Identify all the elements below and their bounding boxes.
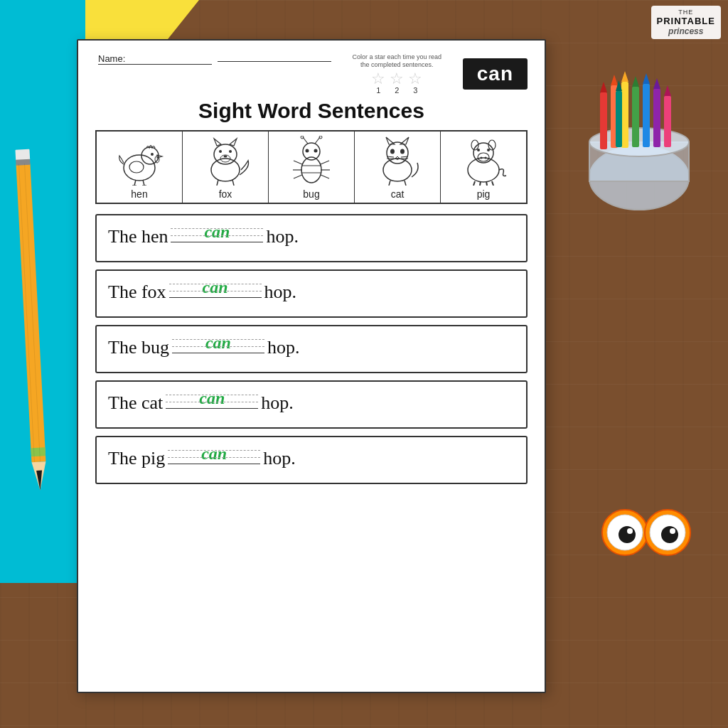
svg-point-90 xyxy=(485,156,487,159)
svg-marker-77 xyxy=(395,156,400,159)
svg-point-92 xyxy=(487,149,490,151)
svg-point-89 xyxy=(481,156,483,159)
svg-rect-19 xyxy=(643,84,650,147)
svg-marker-20 xyxy=(643,73,650,84)
sentence-1: The hen can hop. xyxy=(95,214,528,262)
sentence-3-before: The bug xyxy=(108,337,169,358)
svg-line-65 xyxy=(294,161,302,164)
svg-point-71 xyxy=(383,159,412,181)
svg-rect-21 xyxy=(653,89,660,147)
svg-marker-18 xyxy=(632,76,639,87)
name-line: Name: xyxy=(95,53,331,65)
svg-line-94 xyxy=(480,181,481,186)
sentence-5-before: The pig xyxy=(108,448,165,469)
sentence-2-after: hop. xyxy=(264,282,297,303)
blank-line-1: can xyxy=(171,223,263,242)
animal-pig: pig xyxy=(441,132,526,203)
hen-label: hen xyxy=(100,188,179,200)
animal-fox: fox xyxy=(183,132,269,203)
svg-marker-74 xyxy=(400,137,409,144)
svg-line-41 xyxy=(143,180,144,186)
svg-marker-37 xyxy=(157,155,162,158)
star-2: ☆2 xyxy=(390,71,404,95)
svg-point-55 xyxy=(301,157,321,183)
svg-rect-2 xyxy=(16,159,30,166)
googly-eyes-decoration xyxy=(600,500,692,564)
svg-point-88 xyxy=(478,153,489,161)
svg-line-53 xyxy=(217,180,218,186)
sentence-4-answer: can xyxy=(199,389,225,408)
svg-point-39 xyxy=(129,161,144,173)
svg-point-61 xyxy=(306,149,309,152)
sentence-5-blank: can xyxy=(168,444,260,464)
svg-rect-15 xyxy=(621,82,628,148)
fox-label: fox xyxy=(186,188,265,200)
svg-line-54 xyxy=(232,180,234,186)
sentence-2: The fox can hop. xyxy=(95,269,528,318)
blank-line-2: can xyxy=(169,278,262,298)
svg-line-40 xyxy=(134,180,136,186)
star-3: ☆3 xyxy=(408,71,422,95)
bug-label: bug xyxy=(272,188,351,200)
svg-line-70 xyxy=(321,175,329,178)
pig-label: pig xyxy=(444,188,523,200)
svg-line-67 xyxy=(294,175,302,178)
sentence-4-after: hop. xyxy=(261,392,294,414)
sentence-3-blank: can xyxy=(172,333,264,353)
svg-point-46 xyxy=(214,144,237,164)
svg-point-72 xyxy=(387,142,408,164)
svg-line-95 xyxy=(486,181,487,186)
svg-marker-24 xyxy=(664,85,671,96)
star-area: Color a star each time you readthe compl… xyxy=(352,53,441,95)
svg-point-35 xyxy=(124,155,155,181)
svg-line-93 xyxy=(473,181,475,186)
stars-row: ☆1 ☆2 ☆3 xyxy=(352,71,441,95)
star-1: ☆1 xyxy=(371,71,385,95)
sentence-4: The cat can hop. xyxy=(95,380,528,429)
brand-the: the xyxy=(657,9,715,16)
sentence-2-blank: can xyxy=(169,278,262,298)
sentence-5-answer: can xyxy=(201,444,227,464)
crayons-jar-decoration xyxy=(579,71,700,213)
svg-point-34 xyxy=(670,528,675,534)
svg-rect-25 xyxy=(616,91,622,147)
svg-rect-1 xyxy=(15,149,30,161)
svg-point-29 xyxy=(619,526,636,543)
worksheet-title: Sight Word Sentences xyxy=(95,99,528,123)
svg-marker-47 xyxy=(214,139,221,146)
svg-rect-17 xyxy=(632,87,639,147)
svg-marker-16 xyxy=(621,71,628,82)
blank-line-4: can xyxy=(166,389,258,409)
animals-row: hen xyxy=(95,130,528,204)
svg-point-52 xyxy=(229,150,232,153)
svg-marker-22 xyxy=(653,78,660,89)
animal-cat: cat xyxy=(355,132,441,203)
cat-label: cat xyxy=(358,188,437,200)
sentence-4-blank: can xyxy=(166,389,258,409)
svg-point-62 xyxy=(314,149,318,152)
svg-marker-48 xyxy=(230,139,237,146)
sentence-1-before: The hen xyxy=(108,226,168,247)
sentence-1-after: hop. xyxy=(266,226,299,247)
svg-point-30 xyxy=(627,528,633,534)
svg-point-75 xyxy=(390,149,395,154)
svg-rect-23 xyxy=(664,96,671,147)
sentence-3-after: hop. xyxy=(267,337,300,358)
svg-marker-12 xyxy=(600,82,607,92)
animal-bug: bug xyxy=(269,132,355,203)
svg-marker-73 xyxy=(386,137,395,144)
svg-line-68 xyxy=(321,161,329,164)
brand-logo: the PRINTABLE princess xyxy=(651,6,721,39)
sentence-5: The pig can hop. xyxy=(95,436,528,484)
worksheet: Name: Color a star each time you readthe… xyxy=(77,39,546,693)
blank-line-5: can xyxy=(168,444,260,464)
brand-printable: PRINTABLE xyxy=(657,16,715,26)
pig-drawing xyxy=(455,136,512,186)
worksheet-header: Name: Color a star each time you readthe… xyxy=(95,53,528,95)
svg-rect-11 xyxy=(600,92,607,149)
bug-drawing xyxy=(283,136,340,186)
sentence-3: The bug can hop. xyxy=(95,325,528,373)
hen-drawing xyxy=(111,136,168,186)
brand-princess: princess xyxy=(657,26,715,36)
sentence-2-answer: can xyxy=(203,278,228,297)
